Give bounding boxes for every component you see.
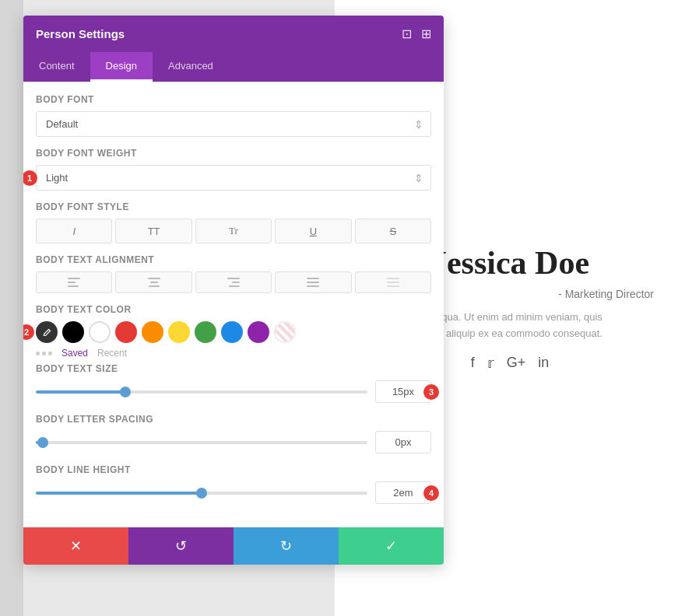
line-height-row: 2em 4 [36,481,431,504]
edit-color-button[interactable] [36,321,58,343]
svg-rect-5 [149,285,160,287]
svg-rect-14 [387,285,399,287]
svg-rect-1 [68,282,76,283]
svg-rect-3 [148,278,160,279]
grid-icon[interactable]: ⊞ [421,26,431,41]
letter-spacing-input[interactable]: 0px [375,431,431,453]
font-weight-row: Light ⇕ 1 [36,165,431,191]
body-font-select[interactable]: Default [36,111,431,137]
cancel-button[interactable]: ✕ [23,527,128,565]
body-line-height-label: Body Line Height [36,464,431,475]
style-btn-tt[interactable]: TT [115,219,191,243]
svg-rect-10 [307,282,319,283]
style-btn-underline[interactable]: U [275,219,351,243]
color-swatch-striped[interactable] [274,321,296,343]
svg-rect-9 [307,278,319,279]
body-font-weight-label: Body Font Weight [36,148,431,159]
svg-rect-0 [68,278,80,279]
body-font-label: Body Font [36,94,431,105]
bg-name: Jessica Doe [430,244,589,282]
style-btn-strikethrough[interactable]: S [355,219,431,243]
badge-3: 3 [423,384,439,400]
color-swatch-purple[interactable] [248,321,269,343]
tab-design[interactable]: Design [90,52,153,82]
body-font-weight-select[interactable]: Light [36,165,431,191]
undo-button[interactable]: ↺ [128,527,234,565]
color-tab-saved[interactable]: Saved [61,348,88,359]
align-btn-justify[interactable] [275,271,351,293]
svg-rect-13 [387,282,399,283]
color-swatch-orange[interactable] [142,321,163,343]
letter-spacing-track-bg [36,441,367,444]
style-btn-italic[interactable]: I [36,219,112,243]
color-swatch-white[interactable] [89,321,111,343]
body-letter-spacing-slider: 0px [36,431,431,453]
line-height-thumb[interactable] [196,488,207,499]
svg-rect-7 [232,282,240,283]
font-style-buttons: I TT Tr U S [36,219,431,243]
letter-spacing-track[interactable] [36,441,367,444]
text-size-track-bg [36,390,367,394]
svg-rect-6 [227,278,240,279]
body-text-alignment-label: Body Text Alignment [36,254,431,265]
panel-title: Person Settings [36,27,125,40]
line-height-track-bg [36,492,367,495]
redo-button[interactable]: ↻ [234,527,339,565]
align-btn-center[interactable] [115,271,191,293]
left-strip [0,0,23,616]
settings-panel: Person Settings ⊡ ⊞ Content Design Advan… [23,16,444,565]
body-letter-spacing-label: Body Letter Spacing [36,414,431,425]
color-tab-dots [36,348,52,359]
text-size-fill [36,390,125,394]
body-line-height-slider: 2em 4 [36,481,431,504]
badge-4: 4 [423,485,439,501]
dot-1 [36,352,40,355]
color-swatch-black[interactable] [62,321,84,343]
panel-header-icons: ⊡ ⊞ [402,26,431,41]
color-row: 2 [36,321,431,343]
bg-social: f 𝕣 G+ in [471,355,550,372]
svg-rect-11 [307,285,319,287]
social-tw: 𝕣 [487,355,494,372]
body-text-color-label: Body Text Color [36,304,431,315]
tab-advanced[interactable]: Advanced [153,52,229,82]
color-swatch-green[interactable] [195,321,216,343]
panel-footer: ✕ ↺ ↻ ✓ [23,527,444,565]
body-font-style-label: Body Font Style [36,201,431,212]
text-size-thumb[interactable] [120,387,131,397]
social-fb: f [471,355,475,372]
color-swatch-yellow[interactable] [168,321,190,343]
svg-rect-4 [150,282,158,283]
confirm-button[interactable]: ✓ [339,527,444,565]
svg-rect-8 [229,285,240,287]
text-size-track[interactable] [36,390,367,394]
letter-spacing-thumb[interactable] [37,437,48,448]
text-size-input-wrapper: 15px 3 [375,380,431,403]
svg-rect-12 [387,278,399,279]
align-btn-left[interactable] [36,271,112,293]
dot-3 [48,352,52,355]
tabs: Content Design Advanced [23,52,444,82]
align-btn-right[interactable] [195,271,272,293]
text-size-row: 15px 3 [36,380,431,403]
panel-body: Body Font Default ⇕ Body Font Weight Lig… [23,82,444,527]
color-tab-recent[interactable]: Recent [97,348,127,359]
line-height-track[interactable] [36,492,367,495]
expand-icon[interactable]: ⊡ [402,26,412,41]
badge-2: 2 [23,324,34,340]
style-btn-tr[interactable]: Tr [195,219,272,243]
align-btn-none[interactable] [355,271,431,293]
text-alignment-buttons [36,271,431,293]
dot-2 [42,352,46,355]
body-font-select-wrapper: Default ⇕ [36,111,431,137]
bg-description: ha aliqua. Ut enim ad minim veniam, quis… [417,310,602,342]
line-height-fill [36,492,202,495]
letter-spacing-row: 0px [36,431,431,453]
color-swatch-blue[interactable] [221,321,243,343]
color-tabs: Saved Recent [36,348,431,359]
tab-content[interactable]: Content [23,52,90,82]
panel-header: Person Settings ⊡ ⊞ [23,16,444,52]
body-font-weight-select-wrapper: Light ⇕ [36,165,431,191]
social-gp: G+ [507,355,526,372]
color-swatch-red[interactable] [115,321,137,343]
